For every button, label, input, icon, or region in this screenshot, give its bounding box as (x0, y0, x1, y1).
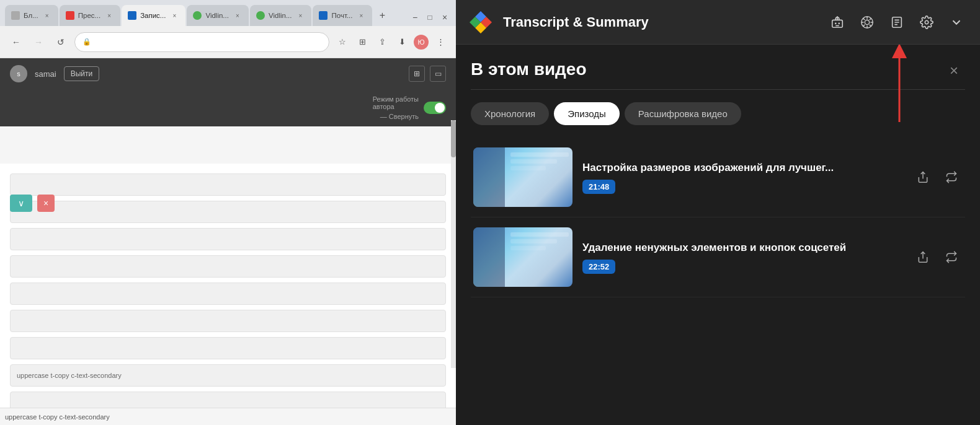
extension-toolbar (826, 11, 968, 33)
minimize-button[interactable]: − (409, 11, 421, 24)
loop-button-2[interactable] (940, 246, 963, 268)
url-bar[interactable]: 🔒 (74, 32, 329, 52)
browser-tab-4[interactable]: Vidlin... × (187, 5, 249, 26)
tab1-close[interactable]: × (42, 11, 52, 20)
tab5-favicon (256, 11, 265, 20)
chevron-down-button[interactable] (945, 11, 968, 33)
forward-button[interactable]: → (30, 33, 47, 51)
page-content: s samai Выйти ⊞ ▭ Режим работыавтора — С… (0, 58, 456, 425)
tab6-label: Почт... (331, 12, 352, 19)
tab6-close[interactable]: × (356, 11, 366, 20)
episode-info-2: Удаление ненужных элементов и кнопок соц… (582, 240, 902, 274)
overlay-buttons: ∨ × (10, 195, 55, 212)
tab3-label: Запис... (140, 12, 166, 19)
overlay-close-button[interactable]: × (37, 195, 55, 212)
extension-logo (468, 10, 493, 35)
mode-toggle[interactable] (424, 102, 446, 114)
tabs-row: Хронология Эпизоды Расшифровка видео (471, 102, 965, 125)
download-icon[interactable]: ⬇ (394, 34, 410, 50)
browser-tab-2[interactable]: Прес... × (60, 5, 120, 26)
form-row-1[interactable] (10, 173, 446, 196)
close-button[interactable]: × (943, 59, 965, 82)
browser-panel: Бл... × Прес... × Запис... × Vidlin... ×… (0, 0, 456, 425)
tab4-favicon (193, 11, 202, 20)
extensions-icon[interactable]: ⊞ (354, 34, 370, 50)
extension-panel: Transcript & Summary (456, 0, 980, 425)
scrollbar-thumb[interactable] (451, 120, 456, 157)
tab4-label: Vidlin... (205, 12, 229, 19)
browser-tab-1[interactable]: Бл... × (5, 5, 58, 26)
tab-transcript[interactable]: Расшифровка видео (625, 102, 741, 125)
episode-item-1[interactable]: Настройка размеров изображений для лучше… (471, 138, 965, 217)
form-row-4[interactable] (10, 255, 446, 278)
episode-actions-2 (912, 246, 963, 268)
extension-header: Transcript & Summary (456, 0, 980, 45)
robot-button[interactable] (826, 11, 849, 33)
webpage-icon-1[interactable]: ⊞ (409, 66, 425, 82)
tooltip-text: uppercase t-copy c-text-secondary (5, 413, 110, 421)
episode-info-1: Настройка размеров изображений для лучше… (582, 160, 902, 195)
episode-timestamp-1[interactable]: 21:48 (582, 180, 615, 194)
tab5-close[interactable]: × (295, 11, 305, 20)
settings-button[interactable] (915, 11, 938, 33)
browser-tab-3[interactable]: Запис... × (122, 5, 185, 26)
tab3-close[interactable]: × (169, 11, 179, 20)
form-row-2[interactable] (10, 201, 446, 223)
section-header: В этом видео × (471, 59, 965, 82)
star-icon[interactable]: ☆ (334, 34, 350, 50)
tab5-label: Vidlin... (269, 12, 292, 19)
maximize-button[interactable]: □ (424, 11, 436, 24)
form-row-6[interactable] (10, 310, 446, 332)
form-row-8[interactable]: uppercase t-copy c-text-secondary (10, 364, 446, 387)
loop-button-1[interactable] (940, 166, 963, 188)
window-close-button[interactable]: × (439, 11, 451, 24)
menu-icon[interactable]: ⋮ (432, 34, 448, 50)
form-row-5[interactable] (10, 283, 446, 305)
svg-rect-5 (832, 20, 843, 27)
ai-button[interactable] (856, 11, 878, 33)
share-icon[interactable]: ⇪ (374, 34, 390, 50)
episode-actions-1 (912, 166, 963, 188)
refresh-button[interactable]: ↺ (52, 33, 69, 51)
tooltip-bar: uppercase t-copy c-text-secondary (0, 408, 456, 425)
tab-episodes[interactable]: Эпизоды (554, 102, 620, 125)
tab2-label: Прес... (78, 12, 100, 19)
doc-button[interactable] (886, 11, 908, 33)
address-bar: ← → ↺ 🔒 ☆ ⊞ ⇪ ⬇ Ю ⋮ (0, 26, 456, 58)
webpage-user-avatar: s (10, 65, 27, 82)
webpage-simulator: s samai Выйти ⊞ ▭ Режим работыавтора — С… (0, 58, 456, 425)
tab1-label: Бл... (24, 12, 38, 19)
episode-title-1: Настройка размеров изображений для лучше… (582, 160, 902, 175)
toggle-label: Режим работыавтора (373, 95, 419, 110)
episode-timestamp-2[interactable]: 22:52 (582, 260, 615, 274)
webpage-exit-button[interactable]: Выйти (64, 66, 100, 81)
new-tab-button[interactable]: + (373, 7, 391, 24)
form-row-7[interactable] (10, 337, 446, 359)
section-title: В этом видео (471, 59, 587, 79)
extension-content: В этом видео × Хронология Эпизоды Расшиф… (456, 45, 980, 425)
form-area: uppercase t-copy c-text-secondary (0, 164, 456, 424)
episodes-list: Настройка размеров изображений для лучше… (471, 138, 965, 425)
tab2-close[interactable]: × (104, 11, 114, 20)
webpage-icon-2[interactable]: ▭ (430, 66, 446, 82)
share-button-2[interactable] (912, 246, 934, 268)
browser-tab-6[interactable]: Почт... × (313, 5, 372, 26)
scrollbar-track[interactable] (451, 120, 456, 368)
browser-tab-5[interactable]: Vidlin... × (250, 5, 312, 26)
form-row-3[interactable] (10, 228, 446, 250)
webpage-username: samai (35, 69, 56, 79)
tab-chronology[interactable]: Хронология (471, 102, 549, 125)
back-button[interactable]: ← (7, 33, 25, 51)
svg-point-9 (837, 15, 838, 17)
toggle-area: Режим работыавтора — Свернуть (0, 89, 456, 126)
webpage-topbar: s samai Выйти ⊞ ▭ (0, 58, 456, 89)
svg-point-11 (925, 20, 929, 24)
share-button-1[interactable] (912, 166, 934, 188)
dropdown-button[interactable]: ∨ (10, 195, 32, 212)
tab2-favicon (66, 11, 74, 20)
user-avatar[interactable]: Ю (414, 35, 429, 50)
tab1-favicon (11, 11, 20, 20)
collapse-label: — Свернуть (380, 113, 419, 120)
tab4-close[interactable]: × (233, 11, 243, 20)
episode-item-2[interactable]: Удаление ненужных элементов и кнопок соц… (471, 217, 965, 297)
